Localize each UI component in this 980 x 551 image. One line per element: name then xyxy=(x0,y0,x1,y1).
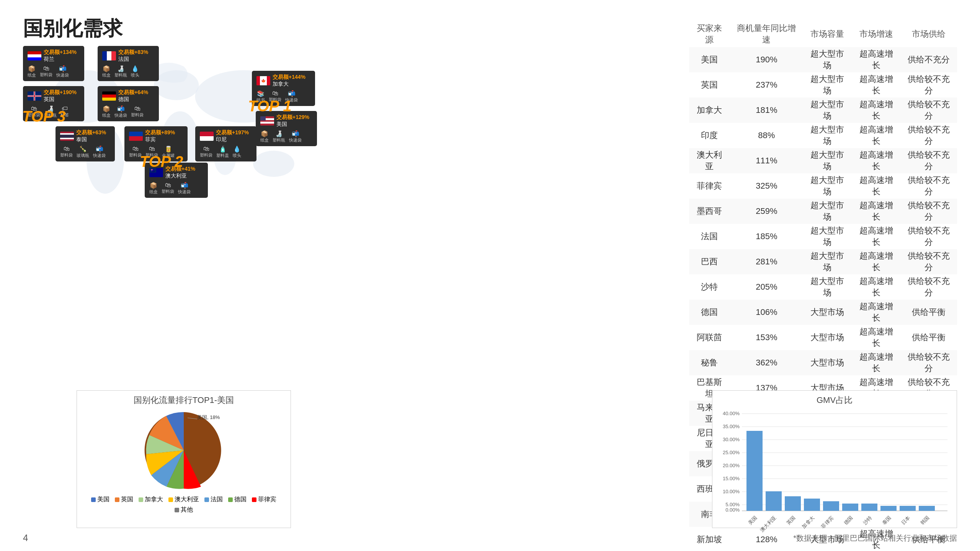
table-cell-4-0: 澳大利亚 xyxy=(689,148,730,173)
table-cell-12-1: 362% xyxy=(730,350,803,375)
table-cell-5-3: 超高速增长 xyxy=(852,173,900,199)
table-cell-8-1: 281% xyxy=(730,249,803,274)
table-cell-0-4: 供给不充分 xyxy=(900,47,957,72)
table-cell-2-3: 超高速增长 xyxy=(852,98,900,123)
svg-text:菲律宾: 菲律宾 xyxy=(820,515,835,530)
nl-growth: 交易额+134% xyxy=(44,49,77,56)
col-header-country: 买家来源 xyxy=(689,21,730,47)
table-cell-0-3: 超高速增长 xyxy=(852,47,900,72)
table-cell-5-2: 超大型市场 xyxy=(803,173,852,199)
table-cell-2-4: 供给较不充分 xyxy=(900,98,957,123)
table-cell-12-0: 秘鲁 xyxy=(689,350,730,375)
table-cell-10-3: 超高速增长 xyxy=(852,300,900,325)
svg-text:30.00%: 30.00% xyxy=(723,437,740,442)
table-cell-5-1: 325% xyxy=(730,173,803,199)
svg-text:15.00%: 15.00% xyxy=(723,476,740,481)
svg-text:0.00%: 0.00% xyxy=(725,507,740,513)
ph-growth: 交易额+89% xyxy=(145,129,175,136)
country-card-nl: 交易额+134% 荷兰 📦纸盒 🛍塑料袋 📬快递袋 xyxy=(23,46,84,81)
table-cell-7-1: 185% xyxy=(730,224,803,249)
table-cell-3-3: 超高速增长 xyxy=(852,123,900,148)
table-cell-8-3: 超高速增长 xyxy=(852,249,900,274)
top3-label: TOP 3 xyxy=(22,108,65,125)
table-row: 印度88%超大型市场超高速增长供给较不充分 xyxy=(689,123,957,148)
table-cell-3-1: 88% xyxy=(730,123,803,148)
table-cell-0-1: 190% xyxy=(730,47,803,72)
table-cell-9-4: 供给较不充分 xyxy=(900,274,957,300)
table-cell-6-4: 供给较不充分 xyxy=(900,199,957,224)
table-cell-1-3: 超高速增长 xyxy=(852,72,900,98)
table-cell-1-1: 237% xyxy=(730,72,803,98)
table-cell-10-2: 大型市场 xyxy=(803,300,852,325)
top2-label: TOP 2 xyxy=(140,153,183,170)
svg-rect-35 xyxy=(900,506,916,511)
table-cell-4-1: 111% xyxy=(730,148,803,173)
de-growth: 交易额+64% xyxy=(118,89,148,96)
table-row: 英国237%超大型市场超高速增长供给较不充分 xyxy=(689,72,957,98)
table-row: 法国185%超大型市场超高速增长供给较不充分 xyxy=(689,224,957,249)
table-cell-12-3: 超高速增长 xyxy=(852,350,900,375)
table-row: 德国106%大型市场超高速增长供给平衡 xyxy=(689,300,957,325)
table-cell-6-0: 墨西哥 xyxy=(689,199,730,224)
table-cell-10-4: 供给平衡 xyxy=(900,300,957,325)
svg-text:英国: 英国 xyxy=(785,515,796,526)
pie-chart-section: 国别化流量排行TOP1-美国 美国, 18% 美国 xyxy=(77,390,291,528)
table-row: 加拿大181%超大型市场超高速增长供给较不充分 xyxy=(689,98,957,123)
page-number: 4 xyxy=(23,533,28,543)
svg-rect-34 xyxy=(880,506,897,511)
table-cell-6-2: 超大型市场 xyxy=(803,199,852,224)
svg-rect-30 xyxy=(804,499,820,511)
table-cell-5-0: 菲律宾 xyxy=(689,173,730,199)
country-card-fr: 交易额+83% 法国 📦纸盒 🍶塑料瓶 💧喷头 xyxy=(98,46,159,81)
svg-text:泰国: 泰国 xyxy=(881,515,892,526)
svg-text:35.00%: 35.00% xyxy=(723,424,740,429)
table-cell-8-0: 巴西 xyxy=(689,249,730,274)
svg-text:沙特: 沙特 xyxy=(862,515,873,526)
table-cell-10-1: 106% xyxy=(730,300,803,325)
svg-rect-31 xyxy=(823,501,839,511)
col-header-market-size: 市场容量 xyxy=(803,21,852,47)
fr-name: 法国 xyxy=(118,56,148,63)
top1-label: TOP 1 xyxy=(248,98,291,115)
svg-rect-32 xyxy=(842,504,858,511)
table-cell-11-2: 大型市场 xyxy=(803,325,852,350)
col-header-supply: 市场供给 xyxy=(900,21,957,47)
table-cell-12-4: 供给较不充分 xyxy=(900,350,957,375)
us-growth: 交易额+129% xyxy=(276,114,309,121)
table-cell-6-1: 259% xyxy=(730,199,803,224)
country-card-th: 交易额+63% 泰国 🛍塑料袋 🍾玻璃瓶 📬快递袋 xyxy=(56,126,115,161)
table-cell-19-0: 新加坡 xyxy=(689,527,730,551)
table-row: 巴西281%超大型市场超高速增长供给较不充分 xyxy=(689,249,957,274)
svg-text:25.00%: 25.00% xyxy=(723,450,740,455)
svg-rect-36 xyxy=(919,506,935,511)
table-cell-7-2: 超大型市场 xyxy=(803,224,852,249)
table-cell-4-2: 超大型市场 xyxy=(803,148,852,173)
svg-text:美国: 美国 xyxy=(747,515,758,526)
table-cell-1-4: 供给较不充分 xyxy=(900,72,957,98)
fr-growth: 交易额+83% xyxy=(118,49,148,56)
table-row: 菲律宾325%超大型市场超高速增长供给较不充分 xyxy=(689,173,957,199)
table-cell-19-1: 128% xyxy=(730,527,803,551)
pie-legend: 美国 英国 加拿大 澳大利亚 法国 德国 菲律宾 其他 xyxy=(81,496,287,514)
table-row: 沙特205%超大型市场超高速增长供给较不充分 xyxy=(689,274,957,300)
table-cell-9-2: 超大型市场 xyxy=(803,274,852,300)
pie-chart-title: 国别化流量排行TOP1-美国 xyxy=(81,395,287,406)
svg-text:10.00%: 10.00% xyxy=(723,489,740,494)
table-cell-3-2: 超大型市场 xyxy=(803,123,852,148)
id-growth: 交易额+197% xyxy=(216,129,249,136)
table-row: 秘鲁362%大型市场超高速增长供给较不充分 xyxy=(689,350,957,375)
country-card-id: 交易额+197% 印尼 🛍塑料袋 🧴塑料盖 💧喷头 xyxy=(195,126,256,161)
table-cell-8-4: 供给较不充分 xyxy=(900,249,957,274)
ca-name: 加拿大 xyxy=(273,81,305,88)
table-cell-6-3: 超高速增长 xyxy=(852,199,900,224)
table-cell-1-0: 英国 xyxy=(689,72,730,98)
table-cell-1-2: 超大型市场 xyxy=(803,72,852,98)
table-cell-3-4: 供给较不充分 xyxy=(900,123,957,148)
svg-text:韩国: 韩国 xyxy=(919,515,930,526)
svg-point-5 xyxy=(253,151,294,177)
col-header-market-growth: 市场增速 xyxy=(852,21,900,47)
table-cell-9-1: 205% xyxy=(730,274,803,300)
table-cell-3-0: 印度 xyxy=(689,123,730,148)
de-name: 德国 xyxy=(118,96,148,103)
table-cell-10-0: 德国 xyxy=(689,300,730,325)
